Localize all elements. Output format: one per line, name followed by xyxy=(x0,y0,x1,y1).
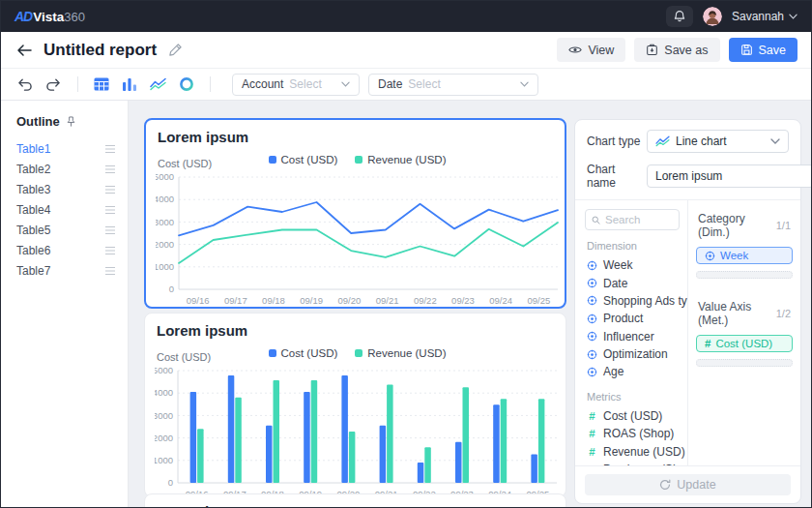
chart-legend: Cost (USD)Revenue (USD) xyxy=(157,347,558,359)
sidebar-item-label: Table2 xyxy=(16,163,50,176)
dimension-list: WeekDateShopping Ads typeProductInfluenc… xyxy=(575,256,687,381)
svg-text:5000: 5000 xyxy=(155,365,173,375)
svg-text:09/22: 09/22 xyxy=(414,295,437,306)
redo-button[interactable] xyxy=(44,75,64,94)
account-select-label: Account xyxy=(242,77,283,91)
value-axis-chip-cost[interactable]: # Cost (USD) xyxy=(696,335,793,352)
chart-card-line[interactable]: Lorem ipsum Cost (USD) Cost (USD)Revenue… xyxy=(144,118,566,309)
sidebar-item-label: Table1 xyxy=(16,142,50,156)
sidebar-item-table2[interactable]: Table2 xyxy=(16,159,116,179)
chart-card-clipped[interactable]: Lorem ipsum xyxy=(144,493,566,508)
drag-handle-icon[interactable] xyxy=(104,205,116,215)
dimension-item-optimization[interactable]: Optimization xyxy=(575,345,687,363)
field-label: Shopping Ads type xyxy=(603,294,688,308)
legend-item-cost-usd[interactable]: Cost (USD) xyxy=(269,347,338,359)
drag-handle-icon[interactable] xyxy=(104,266,116,276)
field-label: Optimization xyxy=(603,347,668,361)
sidebar-item-table1[interactable]: Table1 xyxy=(16,138,116,159)
empty-slot[interactable] xyxy=(696,271,793,279)
dimension-icon xyxy=(587,349,597,360)
sidebar-item-table3[interactable]: Table3 xyxy=(16,179,116,199)
svg-text:09/23: 09/23 xyxy=(451,295,475,306)
edit-title-icon[interactable] xyxy=(168,43,183,57)
account-select[interactable]: Account Select xyxy=(232,74,360,96)
drag-handle-icon[interactable] xyxy=(104,164,116,174)
metric-hash-icon: # xyxy=(587,446,597,458)
insert-bar-chart-button[interactable] xyxy=(120,75,139,93)
svg-text:3000: 3000 xyxy=(156,217,174,227)
insert-table-button[interactable] xyxy=(92,75,111,93)
svg-text:09/25: 09/25 xyxy=(528,295,551,306)
chart-card-bar[interactable]: Lorem ipsum Cost (USD) Cost (USD)Revenue… xyxy=(144,313,566,497)
svg-text:5000: 5000 xyxy=(156,171,174,182)
field-search[interactable] xyxy=(585,209,680,230)
date-select-label: Date xyxy=(378,77,402,91)
chart-name-input[interactable] xyxy=(647,164,811,188)
notifications-button[interactable] xyxy=(666,6,693,27)
redo-icon xyxy=(45,77,62,92)
drag-handle-icon[interactable] xyxy=(104,246,116,255)
sidebar-item-table7[interactable]: Table7 xyxy=(16,260,116,281)
pin-icon[interactable] xyxy=(66,116,76,128)
chart-title: Lorem ipsum xyxy=(157,322,558,339)
drag-handle-icon[interactable] xyxy=(104,185,116,194)
update-button-label: Update xyxy=(677,478,715,492)
dimension-icon xyxy=(587,367,597,377)
dimension-item-influencer[interactable]: Influencer xyxy=(575,328,687,345)
drag-handle-icon[interactable] xyxy=(104,144,116,154)
svg-text:3000: 3000 xyxy=(155,410,173,421)
category-chip-week[interactable]: Week xyxy=(696,247,793,264)
legend-swatch xyxy=(355,156,362,164)
eye-icon xyxy=(568,45,582,54)
field-label: Date xyxy=(603,277,627,290)
dimension-icon xyxy=(587,295,597,306)
empty-slot[interactable] xyxy=(696,359,793,367)
save-button[interactable]: Save xyxy=(729,38,798,62)
metrics-list: #Cost (USD)#ROAS (Shop)#Revenue (USD)#Pu… xyxy=(575,407,687,465)
legend-item-revenue-usd[interactable]: Revenue (USD) xyxy=(355,154,446,165)
view-button[interactable]: View xyxy=(557,38,625,62)
report-header: Untitled report View Save as Save xyxy=(1,32,811,69)
dimension-item-week[interactable]: Week xyxy=(575,256,687,274)
dimension-item-age[interactable]: Age xyxy=(575,363,687,380)
topbar: ADVista360 Savannah xyxy=(1,1,811,32)
dimension-item-product[interactable]: Product xyxy=(575,310,687,327)
sidebar-item-table5[interactable]: Table5 xyxy=(16,220,116,240)
sidebar-item-table6[interactable]: Table6 xyxy=(16,240,116,260)
legend-item-cost-usd[interactable]: Cost (USD) xyxy=(269,154,338,165)
dimension-icon xyxy=(705,251,715,261)
dimension-item-shopping-ads-type[interactable]: Shopping Ads type xyxy=(575,292,687,310)
legend-label: Revenue (USD) xyxy=(367,347,446,359)
avatar-image xyxy=(703,7,722,26)
svg-text:1000: 1000 xyxy=(156,261,174,272)
insert-donut-chart-button[interactable] xyxy=(177,75,196,94)
line-chart-icon xyxy=(655,135,670,147)
dimension-item-date[interactable]: Date xyxy=(575,274,687,291)
update-button[interactable]: Update xyxy=(585,474,791,495)
metric-item-cost-usd[interactable]: #Cost (USD) xyxy=(575,407,687,425)
undo-button[interactable] xyxy=(14,75,35,94)
field-label: Influencer xyxy=(603,330,654,344)
field-label: Week xyxy=(603,258,632,272)
user-menu[interactable]: Savannah xyxy=(732,10,798,23)
back-arrow-icon xyxy=(16,44,32,57)
svg-text:4000: 4000 xyxy=(156,194,174,204)
date-select[interactable]: Date Select xyxy=(368,74,538,96)
back-button[interactable] xyxy=(14,42,34,59)
chart-type-select[interactable]: Line chart xyxy=(647,130,789,153)
metric-item-revenue-usd[interactable]: #Revenue (USD) xyxy=(575,442,687,460)
avatar[interactable] xyxy=(703,7,722,26)
dimension-icon xyxy=(587,260,597,271)
field-label: ROAS (Shop) xyxy=(603,427,674,440)
sidebar-item-label: Table6 xyxy=(16,244,50,257)
legend-item-revenue-usd[interactable]: Revenue (USD) xyxy=(355,347,446,359)
svg-text:0: 0 xyxy=(169,284,174,294)
chevron-down-icon xyxy=(341,81,350,87)
metric-item-roas-shop[interactable]: #ROAS (Shop) xyxy=(575,425,687,442)
save-as-button[interactable]: Save as xyxy=(634,38,719,62)
drag-handle-icon[interactable] xyxy=(104,225,116,235)
sidebar-item-table4[interactable]: Table4 xyxy=(16,199,116,220)
brand-logo[interactable]: ADVista360 xyxy=(14,9,85,24)
search-input[interactable] xyxy=(605,214,673,225)
insert-line-chart-button[interactable] xyxy=(148,75,168,93)
